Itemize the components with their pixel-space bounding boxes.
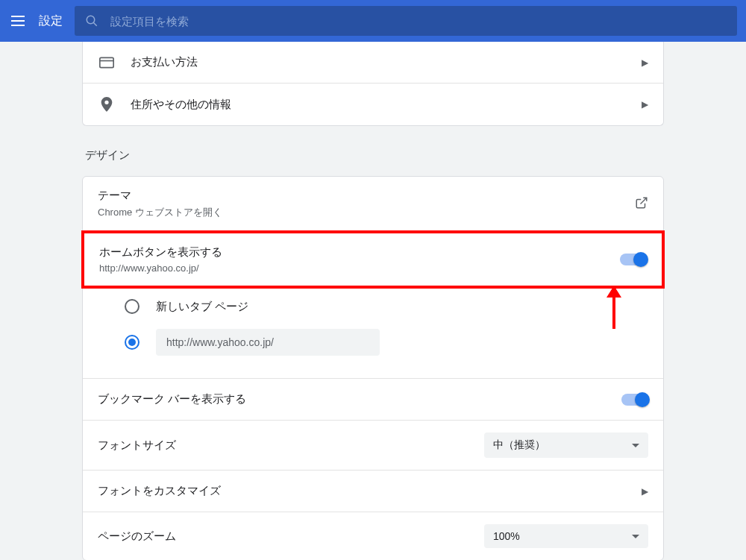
payment-label: お支払い方法	[131, 55, 627, 69]
home-button-radio-group: 新しいタブ ページ	[83, 287, 663, 379]
bookmark-bar-row[interactable]: ブックマーク バーを表示する	[83, 379, 663, 421]
radio-icon	[125, 335, 140, 350]
chevron-down-icon	[632, 444, 639, 447]
font-size-row[interactable]: フォントサイズ 中（推奨）	[83, 421, 663, 471]
search-bar[interactable]	[75, 6, 737, 36]
radio-icon	[125, 299, 140, 314]
address-row[interactable]: 住所やその他の情報 ▶	[83, 84, 663, 125]
radio-new-tab[interactable]: 新しいタブ ページ	[125, 292, 648, 321]
page-zoom-row[interactable]: ページのズーム 100%	[83, 512, 663, 560]
address-label: 住所やその他の情報	[131, 98, 627, 112]
card-icon	[98, 57, 116, 69]
home-button-sublabel: http://www.yahoo.co.jp/	[99, 262, 605, 274]
home-url-input[interactable]	[156, 329, 380, 356]
autofill-card: お支払い方法 ▶ 住所やその他の情報 ▶	[82, 42, 664, 126]
chevron-right-icon: ▶	[642, 99, 648, 110]
font-size-value: 中（推奨）	[493, 438, 545, 452]
location-icon	[98, 97, 116, 112]
font-customize-row[interactable]: フォントをカスタマイズ ▶	[83, 471, 663, 512]
search-input[interactable]	[110, 15, 727, 28]
svg-rect-2	[100, 57, 113, 67]
chevron-right-icon: ▶	[642, 57, 648, 68]
theme-label: テーマ	[98, 189, 620, 203]
font-customize-label: フォントをカスタマイズ	[98, 484, 627, 498]
payment-methods-row[interactable]: お支払い方法 ▶	[83, 42, 663, 84]
home-button-label: ホームボタンを表示する	[99, 245, 605, 259]
app-header: 設定	[0, 0, 746, 42]
radio-new-tab-label: 新しいタブ ページ	[156, 300, 248, 314]
page-zoom-value: 100%	[493, 530, 520, 542]
page-zoom-label: ページのズーム	[98, 529, 469, 544]
page-zoom-dropdown[interactable]: 100%	[484, 524, 648, 548]
font-size-label: フォントサイズ	[98, 438, 469, 453]
main-content: お支払い方法 ▶ 住所やその他の情報 ▶ デザイン テーマ Chrome ウェブ…	[0, 42, 746, 560]
open-external-icon	[635, 196, 648, 213]
design-heading: デザイン	[85, 148, 664, 163]
bookmark-bar-label: ブックマーク バーを表示する	[98, 392, 606, 406]
bookmark-bar-toggle[interactable]	[621, 394, 648, 406]
home-button-row[interactable]: ホームボタンを表示する http://www.yahoo.co.jp/	[84, 233, 662, 286]
theme-row[interactable]: テーマ Chrome ウェブストアを開く	[83, 177, 663, 232]
home-button-toggle[interactable]	[620, 254, 647, 265]
menu-icon[interactable]	[9, 12, 27, 30]
svg-marker-6	[606, 286, 621, 298]
svg-line-4	[641, 198, 647, 204]
app-title: 設定	[39, 13, 63, 29]
font-size-dropdown[interactable]: 中（推奨）	[484, 432, 648, 458]
chevron-right-icon: ▶	[642, 486, 648, 497]
chevron-down-icon	[632, 535, 639, 538]
search-icon	[85, 14, 98, 28]
theme-sublabel: Chrome ウェブストアを開く	[98, 206, 620, 219]
annotation-highlight: ホームボタンを表示する http://www.yahoo.co.jp/	[81, 230, 665, 289]
svg-line-1	[93, 22, 97, 26]
annotation-arrow-icon	[604, 286, 624, 333]
svg-point-0	[87, 16, 95, 24]
design-card: テーマ Chrome ウェブストアを開く ホームボタンを表示する http://…	[82, 176, 664, 560]
radio-custom-url[interactable]	[125, 321, 648, 363]
